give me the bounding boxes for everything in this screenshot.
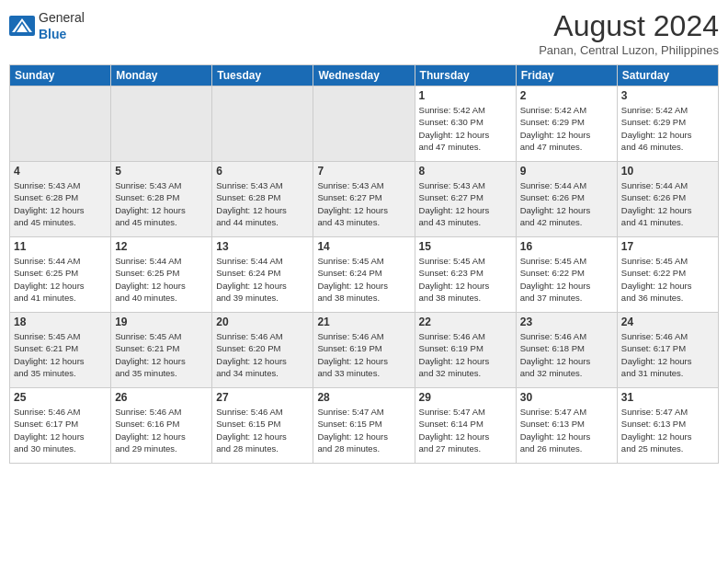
day-info: Sunrise: 5:45 AM Sunset: 6:22 PM Dayligh… <box>621 255 714 304</box>
day-info: Sunrise: 5:45 AM Sunset: 6:22 PM Dayligh… <box>520 255 613 304</box>
day-info: Sunrise: 5:46 AM Sunset: 6:19 PM Dayligh… <box>317 330 410 379</box>
day-info: Sunrise: 5:45 AM Sunset: 6:21 PM Dayligh… <box>115 330 208 379</box>
calendar-cell: 28Sunrise: 5:47 AM Sunset: 6:15 PM Dayli… <box>313 388 415 464</box>
day-info: Sunrise: 5:45 AM Sunset: 6:23 PM Dayligh… <box>419 255 512 304</box>
calendar-cell: 5Sunrise: 5:43 AM Sunset: 6:28 PM Daylig… <box>111 162 212 237</box>
header-saturday: Saturday <box>617 65 718 86</box>
calendar-cell: 22Sunrise: 5:46 AM Sunset: 6:19 PM Dayli… <box>415 313 516 388</box>
day-number: 2 <box>520 89 613 102</box>
day-number: 19 <box>115 316 208 328</box>
day-info: Sunrise: 5:46 AM Sunset: 6:20 PM Dayligh… <box>216 330 309 379</box>
calendar-cell: 2Sunrise: 5:42 AM Sunset: 6:29 PM Daylig… <box>516 86 617 162</box>
calendar-cell <box>212 86 313 162</box>
calendar-cell: 8Sunrise: 5:43 AM Sunset: 6:27 PM Daylig… <box>415 162 516 237</box>
calendar-cell: 27Sunrise: 5:46 AM Sunset: 6:15 PM Dayli… <box>212 388 313 464</box>
day-info: Sunrise: 5:45 AM Sunset: 6:24 PM Dayligh… <box>317 255 410 304</box>
day-info: Sunrise: 5:42 AM Sunset: 6:29 PM Dayligh… <box>520 104 613 153</box>
day-number: 23 <box>520 316 613 328</box>
day-number: 25 <box>14 391 107 404</box>
logo-text: General Blue <box>39 9 85 42</box>
day-info: Sunrise: 5:42 AM Sunset: 6:29 PM Dayligh… <box>621 104 714 153</box>
day-info: Sunrise: 5:44 AM Sunset: 6:24 PM Dayligh… <box>216 255 309 304</box>
day-number: 7 <box>317 165 410 178</box>
day-info: Sunrise: 5:42 AM Sunset: 6:30 PM Dayligh… <box>419 104 512 153</box>
calendar-cell: 25Sunrise: 5:46 AM Sunset: 6:17 PM Dayli… <box>10 388 111 464</box>
calendar-week-4: 18Sunrise: 5:45 AM Sunset: 6:21 PM Dayli… <box>10 313 719 388</box>
day-info: Sunrise: 5:46 AM Sunset: 6:16 PM Dayligh… <box>115 406 208 454</box>
day-headers-row: Sunday Monday Tuesday Wednesday Thursday… <box>10 65 719 86</box>
day-number: 21 <box>317 316 410 328</box>
calendar-week-2: 4Sunrise: 5:43 AM Sunset: 6:28 PM Daylig… <box>10 162 719 237</box>
day-info: Sunrise: 5:44 AM Sunset: 6:25 PM Dayligh… <box>14 255 107 304</box>
calendar-cell: 9Sunrise: 5:44 AM Sunset: 6:26 PM Daylig… <box>516 162 617 237</box>
calendar-page: General Blue August 2024 Panan, Central … <box>0 0 728 563</box>
day-info: Sunrise: 5:43 AM Sunset: 6:28 PM Dayligh… <box>14 179 107 228</box>
logo-icon <box>9 16 35 36</box>
calendar-week-3: 11Sunrise: 5:44 AM Sunset: 6:25 PM Dayli… <box>10 237 719 313</box>
day-number: 11 <box>14 240 107 253</box>
location-subtitle: Panan, Central Luzon, Philippines <box>539 43 719 57</box>
header-thursday: Thursday <box>415 65 516 86</box>
title-section: August 2024 Panan, Central Luzon, Philip… <box>539 9 719 57</box>
day-info: Sunrise: 5:47 AM Sunset: 6:14 PM Dayligh… <box>419 406 512 454</box>
day-number: 10 <box>621 165 714 178</box>
calendar-cell: 10Sunrise: 5:44 AM Sunset: 6:26 PM Dayli… <box>617 162 718 237</box>
logo-general: General <box>39 10 85 25</box>
day-number: 15 <box>419 240 512 253</box>
day-number: 9 <box>520 165 613 178</box>
calendar-cell: 29Sunrise: 5:47 AM Sunset: 6:14 PM Dayli… <box>415 388 516 464</box>
calendar-cell: 13Sunrise: 5:44 AM Sunset: 6:24 PM Dayli… <box>212 237 313 313</box>
calendar-cell: 16Sunrise: 5:45 AM Sunset: 6:22 PM Dayli… <box>516 237 617 313</box>
calendar-cell: 21Sunrise: 5:46 AM Sunset: 6:19 PM Dayli… <box>313 313 415 388</box>
day-info: Sunrise: 5:44 AM Sunset: 6:26 PM Dayligh… <box>621 179 714 228</box>
day-info: Sunrise: 5:47 AM Sunset: 6:13 PM Dayligh… <box>621 406 714 454</box>
header-sunday: Sunday <box>10 65 111 86</box>
day-info: Sunrise: 5:47 AM Sunset: 6:13 PM Dayligh… <box>520 406 613 454</box>
day-number: 6 <box>216 165 309 178</box>
header-friday: Friday <box>516 65 617 86</box>
calendar-cell: 26Sunrise: 5:46 AM Sunset: 6:16 PM Dayli… <box>111 388 212 464</box>
day-number: 13 <box>216 240 309 253</box>
day-number: 27 <box>216 391 309 404</box>
day-number: 4 <box>14 165 107 178</box>
day-number: 26 <box>115 391 208 404</box>
calendar-cell: 14Sunrise: 5:45 AM Sunset: 6:24 PM Dayli… <box>313 237 415 313</box>
day-info: Sunrise: 5:43 AM Sunset: 6:27 PM Dayligh… <box>317 179 410 228</box>
day-number: 5 <box>115 165 208 178</box>
day-info: Sunrise: 5:43 AM Sunset: 6:28 PM Dayligh… <box>115 179 208 228</box>
day-number: 16 <box>520 240 613 253</box>
page-header: General Blue August 2024 Panan, Central … <box>9 9 719 57</box>
day-number: 17 <box>621 240 714 253</box>
day-info: Sunrise: 5:46 AM Sunset: 6:19 PM Dayligh… <box>419 330 512 379</box>
calendar-cell: 31Sunrise: 5:47 AM Sunset: 6:13 PM Dayli… <box>617 388 718 464</box>
day-number: 12 <box>115 240 208 253</box>
calendar-cell: 19Sunrise: 5:45 AM Sunset: 6:21 PM Dayli… <box>111 313 212 388</box>
calendar-cell: 24Sunrise: 5:46 AM Sunset: 6:17 PM Dayli… <box>617 313 718 388</box>
calendar-cell: 4Sunrise: 5:43 AM Sunset: 6:28 PM Daylig… <box>10 162 111 237</box>
calendar-cell: 1Sunrise: 5:42 AM Sunset: 6:30 PM Daylig… <box>415 86 516 162</box>
month-year-title: August 2024 <box>539 9 719 43</box>
calendar-cell <box>10 86 111 162</box>
calendar-cell: 12Sunrise: 5:44 AM Sunset: 6:25 PM Dayli… <box>111 237 212 313</box>
day-info: Sunrise: 5:45 AM Sunset: 6:21 PM Dayligh… <box>14 330 107 379</box>
day-info: Sunrise: 5:43 AM Sunset: 6:28 PM Dayligh… <box>216 179 309 228</box>
day-info: Sunrise: 5:44 AM Sunset: 6:26 PM Dayligh… <box>520 179 613 228</box>
day-number: 24 <box>621 316 714 328</box>
calendar-cell: 3Sunrise: 5:42 AM Sunset: 6:29 PM Daylig… <box>617 86 718 162</box>
header-tuesday: Tuesday <box>212 65 313 86</box>
day-info: Sunrise: 5:46 AM Sunset: 6:15 PM Dayligh… <box>216 406 309 454</box>
calendar-cell <box>313 86 415 162</box>
day-info: Sunrise: 5:43 AM Sunset: 6:27 PM Dayligh… <box>419 179 512 228</box>
day-info: Sunrise: 5:46 AM Sunset: 6:18 PM Dayligh… <box>520 330 613 379</box>
calendar-cell: 30Sunrise: 5:47 AM Sunset: 6:13 PM Dayli… <box>516 388 617 464</box>
logo: General Blue <box>9 9 85 42</box>
day-number: 29 <box>419 391 512 404</box>
day-number: 3 <box>621 89 714 102</box>
day-number: 14 <box>317 240 410 253</box>
day-number: 8 <box>419 165 512 178</box>
calendar-cell: 6Sunrise: 5:43 AM Sunset: 6:28 PM Daylig… <box>212 162 313 237</box>
header-wednesday: Wednesday <box>313 65 415 86</box>
calendar-cell: 17Sunrise: 5:45 AM Sunset: 6:22 PM Dayli… <box>617 237 718 313</box>
day-number: 18 <box>14 316 107 328</box>
calendar-table: Sunday Monday Tuesday Wednesday Thursday… <box>9 64 719 464</box>
